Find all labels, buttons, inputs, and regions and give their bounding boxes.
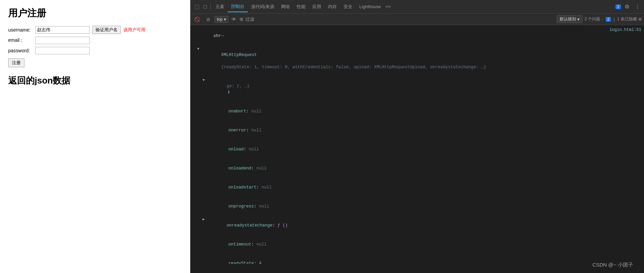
- xmlhttprequest-key: XMLHttpRequest: [221, 53, 257, 57]
- xmlhttprequest-value: {readyState: 1, timeout: 0, withCredenti…: [221, 65, 486, 70]
- email-row: email：: [8, 37, 182, 44]
- onreadystatechange-key: onreadystatechange: [227, 223, 273, 228]
- username-input[interactable]: [35, 26, 90, 34]
- password-input[interactable]: [35, 47, 90, 54]
- email-label: email：: [8, 37, 35, 43]
- context-select[interactable]: top ▾: [214, 16, 228, 23]
- onprogress-line: onprogress: null: [190, 197, 644, 216]
- info-icon: ℹ: [228, 90, 229, 94]
- tab-sources[interactable]: 源代码/来源: [248, 2, 278, 12]
- filter-label: 过滤: [245, 16, 254, 22]
- hidden-label: |: [612, 17, 616, 22]
- notification-badge: 2: [615, 4, 621, 9]
- console-content[interactable]: xhr→ login.html:51 ▼ XMLHttpRequest {rea…: [190, 25, 644, 264]
- username-label: username:: [8, 27, 35, 33]
- log-level-label: 默认级别: [560, 16, 576, 22]
- tab-memory[interactable]: 内存: [325, 2, 340, 12]
- onloadstart-key: onloadstart: [228, 185, 257, 190]
- onabort-key: onabort: [228, 109, 246, 114]
- file-link[interactable]: login.html:51: [609, 27, 641, 33]
- submit-button[interactable]: 注册: [8, 58, 24, 67]
- filter-icon: ⊞: [240, 17, 243, 22]
- log-level-select[interactable]: 默认级别 ▾: [557, 15, 582, 23]
- tab-security[interactable]: 安全: [340, 2, 356, 12]
- ge-line: ▼ ge: ƒ, …} ℹ: [190, 77, 644, 102]
- toolbar-separator: [210, 3, 211, 10]
- log-level-chevron: ▾: [577, 17, 579, 22]
- onerror-key: onerror: [228, 128, 246, 133]
- collapse-tri: ▼: [203, 77, 205, 83]
- status-text: 该用户可用: [123, 27, 145, 33]
- stop-recording-button[interactable]: ⊘: [204, 16, 212, 23]
- context-label: top: [217, 17, 223, 22]
- inspect-icon[interactable]: ⬚: [192, 2, 202, 11]
- xmlhttprequest-space: [221, 59, 224, 63]
- tab-network[interactable]: 网络: [278, 2, 293, 12]
- settings-cog-icon[interactable]: ⚙: [638, 17, 642, 22]
- tab-console[interactable]: 控制台: [228, 1, 248, 12]
- issues-badge: 2: [606, 17, 611, 22]
- onprogress-key: onprogress: [228, 204, 254, 209]
- password-label: password:: [8, 48, 35, 53]
- watermark: CSDN @~ 小团子: [190, 260, 637, 270]
- page-title: 用户注册: [8, 7, 182, 20]
- xhr-line: xhr→ login.html:51: [190, 26, 644, 46]
- password-row: password:: [8, 47, 182, 54]
- username-row: username: 验证用户名 该用户可用: [8, 26, 182, 34]
- tab-elements[interactable]: 元素: [212, 2, 228, 12]
- more-tabs-chevron[interactable]: >>: [384, 4, 391, 9]
- clear-console-button[interactable]: 🚫: [192, 16, 202, 23]
- onload-key: onload: [228, 147, 244, 152]
- toolbar-right: 2 ⚙ ⋮: [615, 2, 642, 11]
- tab-application[interactable]: 应用: [309, 2, 325, 12]
- validate-button[interactable]: 验证用户名: [92, 26, 121, 34]
- more-options-icon[interactable]: ⋮: [633, 2, 642, 11]
- onloadstart-line: onloadstart: null: [190, 178, 644, 197]
- hidden-count-label: 1 条已隐藏: [617, 16, 637, 22]
- xhr-label: xhr→: [213, 34, 224, 38]
- settings-icon[interactable]: ⚙: [623, 2, 631, 11]
- onloadend-key: onloadend: [228, 166, 251, 171]
- devtools-subtoolbar: 🚫 ⊘ top ▾ 👁 ⊞ 过滤 默认级别 ▾ 2 个问题： 2 | 1 条已隐…: [190, 14, 644, 25]
- context-chevron: ▾: [224, 17, 226, 22]
- ontimeout-key: ontimeout: [228, 242, 251, 247]
- onreadystatechange-line: ▶ onreadystatechange: ƒ (): [190, 216, 644, 235]
- left-panel: 用户注册 username: 验证用户名 该用户可用 email： passwo…: [0, 0, 190, 273]
- ontimeout-line: ontimeout: null: [190, 235, 644, 254]
- expand-triangle[interactable]: ▼: [197, 46, 199, 52]
- eye-icon[interactable]: 👁: [230, 15, 238, 23]
- onabort-line: onabort: null: [190, 102, 644, 121]
- tab-lighthouse[interactable]: Lighthouse: [356, 2, 384, 11]
- onload-line: onload: null: [190, 140, 644, 159]
- section-title: 返回的json数据: [8, 75, 182, 87]
- device-icon[interactable]: □: [202, 2, 209, 11]
- ge-value: ge: ƒ, …}: [227, 84, 250, 89]
- onerror-line: onerror: null: [190, 121, 644, 140]
- issues-label: 2 个问题：: [585, 16, 604, 22]
- onloadend-line: onloadend: null: [190, 159, 644, 178]
- xmlhttprequest-line: ▼ XMLHttpRequest {readyState: 1, timeout…: [190, 46, 644, 77]
- expand-tri-ready[interactable]: ▶: [203, 216, 205, 222]
- issues-info: 2 个问题： 2 | 1 条已隐藏 ⚙: [585, 16, 642, 22]
- tab-performance[interactable]: 性能: [293, 2, 309, 12]
- devtools-toolbar: ⬚ □ 元素 控制台 源代码/来源 网络 性能 应用 内存 安全 Lightho…: [190, 0, 644, 14]
- email-input[interactable]: [35, 37, 90, 44]
- devtools-panel: ⬚ □ 元素 控制台 源代码/来源 网络 性能 应用 内存 安全 Lightho…: [190, 0, 644, 273]
